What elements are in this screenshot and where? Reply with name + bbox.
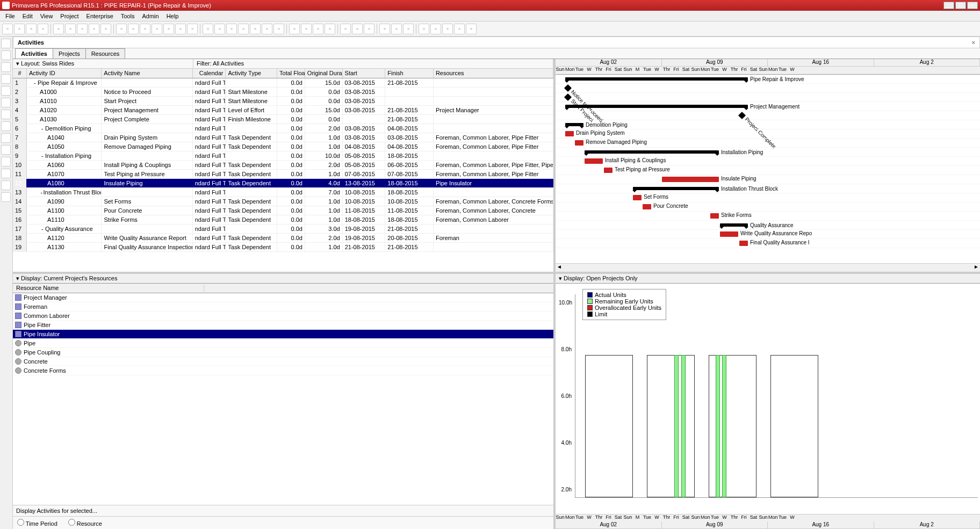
table-row[interactable]: 9-Installation Pipingndard Full Time0.0d…	[13, 151, 553, 161]
panel-close-icon[interactable]: ×	[972, 39, 975, 46]
print-icon[interactable]: ▫	[2, 24, 13, 34]
milestone-marker[interactable]: Notice to Proceed	[564, 84, 572, 92]
new-icon[interactable]: ▫	[14, 24, 25, 34]
milestone-marker[interactable]: Start Project	[564, 93, 572, 101]
gantt-body[interactable]: Pipe Repair & ImproveNotice to ProceedSt…	[556, 75, 980, 263]
tab-projects[interactable]: Projects	[53, 48, 86, 59]
sidebar-tool-4[interactable]	[1, 86, 11, 96]
gantt-row[interactable]: Installation Thrust Block	[556, 184, 980, 193]
close-button[interactable]: ×	[967, 2, 978, 9]
filter-icon[interactable]: ▫	[226, 24, 237, 34]
table-row[interactable]: 14A1090Set Formsndard Full TimeTask Depe…	[13, 197, 553, 206]
table-row[interactable]: 13-Installation Thrust Blockndard Full T…	[13, 188, 553, 197]
table-row[interactable]: 17-Quality Assurancendard Full Time0.0d3…	[13, 224, 553, 234]
comment-icon[interactable]: ▫	[454, 24, 465, 34]
sidebar-tool-8[interactable]	[1, 133, 11, 143]
sidebar-tool-10[interactable]	[1, 157, 11, 166]
column-header[interactable]: Activity Type	[226, 69, 277, 78]
sidebar-tool-0[interactable]	[1, 39, 11, 48]
histogram-header[interactable]: ▾ Display: Open Projects Only	[556, 274, 980, 284]
sidebar-tool-11[interactable]	[1, 169, 11, 178]
resources-list[interactable]: Project ManagerForemanCommon LaborerPipe…	[13, 293, 553, 505]
resource-row[interactable]: Concrete Forms	[13, 366, 553, 375]
task-bar[interactable]: Install Piping & Couplings	[585, 158, 603, 164]
gantt-row[interactable]: Demolition Piping	[556, 120, 980, 129]
sidebar-tool-2[interactable]	[1, 62, 11, 72]
resource-row[interactable]: Pipe Coupling	[13, 348, 553, 357]
column-header[interactable]: Resources	[434, 69, 553, 78]
zoom-icon[interactable]: ▫	[38, 24, 48, 34]
resource-row[interactable]: Concrete	[13, 357, 553, 366]
layout-label[interactable]: ▾ Layout: Swiss Rides	[13, 59, 193, 68]
resource-row[interactable]: Project Manager	[13, 293, 553, 302]
schedule-icon[interactable]: ▫	[340, 24, 351, 34]
indent-icon[interactable]: ▫	[203, 24, 213, 34]
filter-label[interactable]: Filter: All Activities	[193, 59, 553, 68]
fit-icon[interactable]: ▫	[403, 24, 414, 34]
column-header[interactable]: Original Duration	[305, 69, 343, 78]
gantt-row[interactable]: Drain Piping System	[556, 129, 980, 139]
layout1-icon[interactable]: ▫	[53, 24, 64, 34]
gantt-row[interactable]: Remove Damaged Piping	[556, 139, 980, 148]
table-row[interactable]: 12A1080Insulate Pipingndard Full TimeTas…	[13, 179, 553, 188]
grid-body[interactable]: 1-Pipe Repair & Improvendard Full Time0.…	[13, 78, 553, 272]
menu-view[interactable]: View	[37, 12, 56, 20]
replace-icon[interactable]: ▫	[313, 24, 323, 34]
table-row[interactable]: 10A1060Install Piping & Couplingsndard F…	[13, 161, 553, 170]
gantt-row[interactable]: Final Quality Assurance I	[556, 239, 980, 248]
summary-bar[interactable]: Quality Assurance	[720, 223, 748, 227]
table-row[interactable]: 2A1000Notice to Proceedndard Full TimeSt…	[13, 88, 553, 97]
gantt-row[interactable]: Pipe Repair & Improve	[556, 75, 980, 84]
sidebar-tool-1[interactable]	[1, 50, 11, 60]
summary-bar[interactable]: Project Management	[565, 105, 748, 108]
table-icon[interactable]: ▫	[140, 24, 150, 34]
spell-icon[interactable]: ▫	[325, 24, 335, 34]
expand-icon[interactable]: -	[40, 125, 45, 132]
table-row[interactable]: 3A1010Start Projectndard Full TimeStart …	[13, 97, 553, 106]
sidebar-tool-12[interactable]	[1, 180, 11, 190]
gantt-row[interactable]: Notice to Proceed	[556, 84, 980, 93]
table-row[interactable]: 6-Demolition Pipingndard Full Time0.0d2.…	[13, 124, 553, 133]
gantt-row[interactable]: Install Piping & Couplings	[556, 157, 980, 166]
gantt-row[interactable]: Start Project	[556, 93, 980, 102]
outdent-icon[interactable]: ▫	[214, 24, 225, 34]
paste-icon[interactable]: ▫	[128, 24, 139, 34]
grid-icon[interactable]: ▫	[152, 24, 162, 34]
chart-icon[interactable]: ▫	[187, 24, 198, 34]
tab-activities[interactable]: Activities	[15, 48, 53, 59]
note-icon[interactable]: ▫	[442, 24, 453, 34]
copy-icon[interactable]: ▫	[116, 24, 127, 34]
task-bar[interactable]: Drain Piping System	[565, 131, 574, 136]
sidebar-tool-7[interactable]	[1, 121, 11, 131]
layout2-icon[interactable]: ▫	[65, 24, 76, 34]
gantt-row[interactable]: Quality Assurance	[556, 221, 980, 230]
gantt-row[interactable]: Test Piping at Pressure	[556, 166, 980, 175]
column-header[interactable]: #	[13, 69, 27, 78]
column-header[interactable]: Total Float	[277, 69, 305, 78]
resource-row[interactable]: Foreman	[13, 302, 553, 311]
tab-resources[interactable]: Resources	[85, 48, 126, 59]
table-row[interactable]: 7A1040Drain Piping Systemndard Full Time…	[13, 133, 553, 142]
task-bar[interactable]: Test Piping at Pressure	[604, 168, 612, 173]
summary-bar[interactable]: Installation Piping	[585, 150, 719, 154]
minimize-button[interactable]: _	[943, 2, 954, 9]
table-row[interactable]: 18A1120Write Quality Assurance Reportnda…	[13, 234, 553, 243]
menu-enterprise[interactable]: Enterprise	[83, 12, 117, 20]
help-icon[interactable]: ▫	[466, 24, 477, 34]
resource-name-column[interactable]: Resource Name	[16, 285, 204, 292]
maximize-button[interactable]: □	[955, 2, 966, 9]
menu-file[interactable]: File	[2, 12, 18, 20]
task-bar[interactable]: Strike Forms	[710, 213, 719, 219]
milestone-marker[interactable]: Project Complete	[738, 112, 746, 119]
hash-icon[interactable]: ▫	[273, 24, 284, 34]
menu-tools[interactable]: Tools	[118, 12, 138, 20]
column-header[interactable]: Calendar	[193, 69, 226, 78]
column-header[interactable]: Start	[343, 69, 386, 78]
gantt-row[interactable]: Project Complete	[556, 111, 980, 120]
table-row[interactable]: 1-Pipe Repair & Improvendard Full Time0.…	[13, 78, 553, 88]
task-bar[interactable]: Set Forms	[633, 195, 642, 200]
gantt-row[interactable]: Project Management	[556, 102, 980, 111]
menu-admin[interactable]: Admin	[139, 12, 162, 20]
dropdown-icon[interactable]: ▫	[100, 24, 111, 34]
progress-icon[interactable]: ▫	[364, 24, 374, 34]
